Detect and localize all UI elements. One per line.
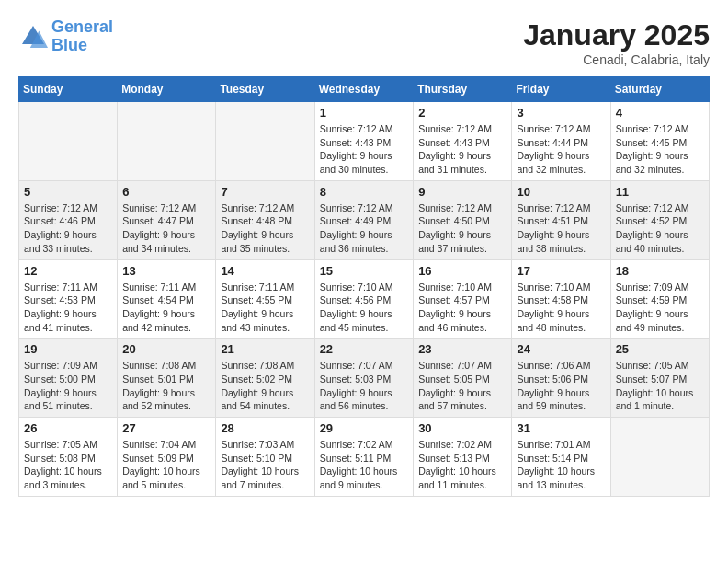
calendar-cell: 5Sunrise: 7:12 AM Sunset: 4:46 PM Daylig… — [19, 180, 118, 259]
day-number: 19 — [24, 342, 112, 356]
calendar-cell: 8Sunrise: 7:12 AM Sunset: 4:49 PM Daylig… — [314, 180, 414, 259]
calendar-cell: 6Sunrise: 7:12 AM Sunset: 4:47 PM Daylig… — [118, 180, 216, 259]
day-info: Sunrise: 7:09 AM Sunset: 4:59 PM Dayligh… — [616, 281, 704, 335]
day-info: Sunrise: 7:12 AM Sunset: 4:43 PM Dayligh… — [418, 122, 506, 177]
weekday-header-saturday: Saturday — [610, 77, 709, 102]
day-number: 5 — [24, 185, 112, 199]
day-number: 9 — [418, 185, 506, 199]
day-number: 6 — [122, 185, 210, 199]
calendar-cell: 14Sunrise: 7:11 AM Sunset: 4:55 PM Dayli… — [216, 259, 314, 339]
calendar-cell: 17Sunrise: 7:10 AM Sunset: 4:58 PM Dayli… — [512, 259, 610, 339]
calendar-cell: 9Sunrise: 7:12 AM Sunset: 4:50 PM Daylig… — [414, 180, 512, 259]
calendar-cell: 1Sunrise: 7:12 AM Sunset: 4:43 PM Daylig… — [314, 102, 414, 181]
day-info: Sunrise: 7:10 AM Sunset: 4:57 PM Dayligh… — [418, 281, 506, 335]
day-info: Sunrise: 7:11 AM Sunset: 4:53 PM Dayligh… — [24, 281, 112, 335]
day-number: 15 — [320, 264, 409, 278]
weekday-header-tuesday: Tuesday — [216, 77, 314, 102]
day-number: 25 — [616, 342, 704, 356]
day-info: Sunrise: 7:12 AM Sunset: 4:48 PM Dayligh… — [221, 201, 309, 256]
day-number: 23 — [418, 342, 506, 356]
calendar-cell: 12Sunrise: 7:11 AM Sunset: 4:53 PM Dayli… — [19, 259, 118, 339]
day-info: Sunrise: 7:11 AM Sunset: 4:54 PM Dayligh… — [122, 281, 210, 335]
day-number: 2 — [418, 106, 506, 120]
day-info: Sunrise: 7:10 AM Sunset: 4:58 PM Dayligh… — [517, 281, 605, 335]
weekday-header-sunday: Sunday — [19, 77, 118, 102]
day-number: 4 — [616, 106, 704, 120]
calendar-cell: 23Sunrise: 7:07 AM Sunset: 5:05 PM Dayli… — [414, 339, 512, 418]
day-number: 3 — [517, 106, 605, 120]
day-info: Sunrise: 7:07 AM Sunset: 5:05 PM Dayligh… — [418, 359, 506, 413]
calendar-cell: 24Sunrise: 7:06 AM Sunset: 5:06 PM Dayli… — [512, 339, 610, 418]
day-info: Sunrise: 7:03 AM Sunset: 5:10 PM Dayligh… — [221, 438, 309, 492]
day-info: Sunrise: 7:04 AM Sunset: 5:09 PM Dayligh… — [122, 438, 210, 492]
calendar-cell: 22Sunrise: 7:07 AM Sunset: 5:03 PM Dayli… — [314, 339, 414, 418]
calendar-cell: 28Sunrise: 7:03 AM Sunset: 5:10 PM Dayli… — [216, 418, 314, 497]
day-info: Sunrise: 7:10 AM Sunset: 4:56 PM Dayligh… — [320, 281, 409, 335]
location-subtitle: Cenadi, Calabria, Italy — [523, 52, 710, 67]
day-info: Sunrise: 7:12 AM Sunset: 4:50 PM Dayligh… — [418, 201, 506, 256]
calendar-table: SundayMondayTuesdayWednesdayThursdayFrid… — [18, 76, 710, 497]
calendar-cell — [19, 102, 118, 181]
day-number: 11 — [616, 185, 704, 199]
calendar-cell: 30Sunrise: 7:02 AM Sunset: 5:13 PM Dayli… — [414, 418, 512, 497]
calendar-cell: 11Sunrise: 7:12 AM Sunset: 4:52 PM Dayli… — [610, 180, 709, 259]
day-number: 28 — [221, 421, 309, 435]
month-title: January 2025 — [523, 18, 710, 52]
day-info: Sunrise: 7:12 AM Sunset: 4:44 PM Dayligh… — [517, 122, 605, 177]
calendar-cell — [610, 418, 709, 497]
page-header: General Blue January 2025 Cenadi, Calabr… — [18, 18, 710, 67]
week-row-1: 1Sunrise: 7:12 AM Sunset: 4:43 PM Daylig… — [19, 102, 710, 181]
week-row-5: 26Sunrise: 7:05 AM Sunset: 5:08 PM Dayli… — [19, 418, 710, 497]
day-info: Sunrise: 7:08 AM Sunset: 5:01 PM Dayligh… — [122, 359, 210, 413]
week-row-4: 19Sunrise: 7:09 AM Sunset: 5:00 PM Dayli… — [19, 339, 710, 418]
day-number: 27 — [122, 421, 210, 435]
day-number: 12 — [24, 264, 112, 278]
title-section: January 2025 Cenadi, Calabria, Italy — [523, 18, 710, 67]
calendar-cell: 25Sunrise: 7:05 AM Sunset: 5:07 PM Dayli… — [610, 339, 709, 418]
day-info: Sunrise: 7:11 AM Sunset: 4:55 PM Dayligh… — [221, 281, 309, 335]
day-number: 22 — [320, 342, 409, 356]
calendar-cell — [118, 102, 216, 181]
day-info: Sunrise: 7:05 AM Sunset: 5:07 PM Dayligh… — [616, 359, 704, 413]
day-info: Sunrise: 7:07 AM Sunset: 5:03 PM Dayligh… — [320, 359, 409, 413]
logo: General Blue — [18, 18, 113, 55]
day-number: 16 — [418, 264, 506, 278]
day-info: Sunrise: 7:12 AM Sunset: 4:46 PM Dayligh… — [24, 201, 112, 256]
day-info: Sunrise: 7:02 AM Sunset: 5:13 PM Dayligh… — [418, 438, 506, 492]
day-info: Sunrise: 7:12 AM Sunset: 4:51 PM Dayligh… — [517, 201, 605, 256]
calendar-cell — [216, 102, 314, 181]
calendar-cell: 4Sunrise: 7:12 AM Sunset: 4:45 PM Daylig… — [610, 102, 709, 181]
weekday-header-thursday: Thursday — [414, 77, 512, 102]
calendar-cell: 16Sunrise: 7:10 AM Sunset: 4:57 PM Dayli… — [414, 259, 512, 339]
day-number: 8 — [320, 185, 409, 199]
weekday-header-monday: Monday — [118, 77, 216, 102]
day-number: 14 — [221, 264, 309, 278]
calendar-cell: 7Sunrise: 7:12 AM Sunset: 4:48 PM Daylig… — [216, 180, 314, 259]
day-number: 26 — [24, 421, 112, 435]
day-number: 13 — [122, 264, 210, 278]
day-info: Sunrise: 7:12 AM Sunset: 4:49 PM Dayligh… — [320, 201, 409, 256]
calendar-cell: 31Sunrise: 7:01 AM Sunset: 5:14 PM Dayli… — [512, 418, 610, 497]
day-info: Sunrise: 7:12 AM Sunset: 4:45 PM Dayligh… — [616, 122, 704, 177]
calendar-cell: 2Sunrise: 7:12 AM Sunset: 4:43 PM Daylig… — [414, 102, 512, 181]
weekday-header-row: SundayMondayTuesdayWednesdayThursdayFrid… — [19, 77, 710, 102]
calendar-cell: 19Sunrise: 7:09 AM Sunset: 5:00 PM Dayli… — [19, 339, 118, 418]
day-number: 24 — [517, 342, 605, 356]
calendar-cell: 10Sunrise: 7:12 AM Sunset: 4:51 PM Dayli… — [512, 180, 610, 259]
day-info: Sunrise: 7:12 AM Sunset: 4:52 PM Dayligh… — [616, 201, 704, 256]
day-info: Sunrise: 7:02 AM Sunset: 5:11 PM Dayligh… — [320, 438, 409, 492]
day-info: Sunrise: 7:12 AM Sunset: 4:43 PM Dayligh… — [320, 122, 409, 177]
calendar-cell: 15Sunrise: 7:10 AM Sunset: 4:56 PM Dayli… — [314, 259, 414, 339]
day-number: 30 — [418, 421, 506, 435]
calendar-cell: 18Sunrise: 7:09 AM Sunset: 4:59 PM Dayli… — [610, 259, 709, 339]
day-number: 21 — [221, 342, 309, 356]
calendar-cell: 3Sunrise: 7:12 AM Sunset: 4:44 PM Daylig… — [512, 102, 610, 181]
day-info: Sunrise: 7:09 AM Sunset: 5:00 PM Dayligh… — [24, 359, 112, 413]
day-info: Sunrise: 7:01 AM Sunset: 5:14 PM Dayligh… — [517, 438, 605, 492]
day-number: 17 — [517, 264, 605, 278]
weekday-header-friday: Friday — [512, 77, 610, 102]
logo-icon — [18, 22, 48, 52]
calendar-cell: 13Sunrise: 7:11 AM Sunset: 4:54 PM Dayli… — [118, 259, 216, 339]
weekday-header-wednesday: Wednesday — [314, 77, 414, 102]
day-info: Sunrise: 7:12 AM Sunset: 4:47 PM Dayligh… — [122, 201, 210, 256]
